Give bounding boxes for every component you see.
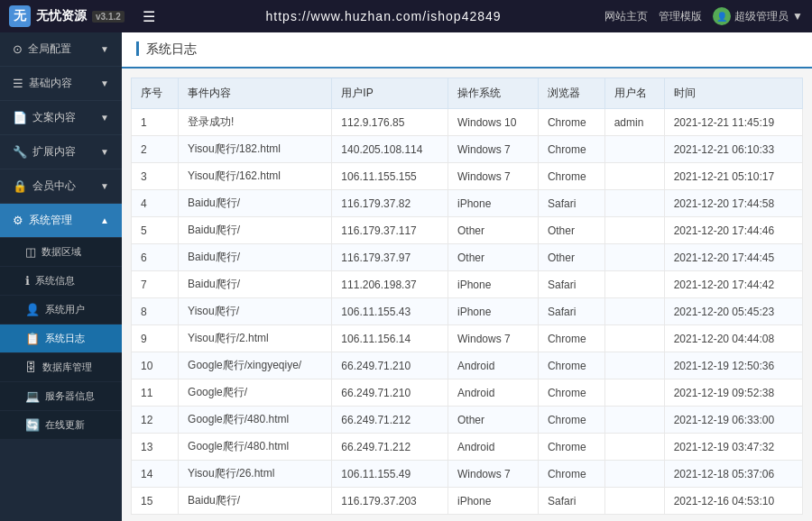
cell-user — [604, 163, 664, 190]
site-url: https://www.huzhan.com/ishop42849 — [171, 9, 595, 23]
log-table: 序号 事件内容 用户IP 操作系统 浏览器 用户名 时间 1 登录成功! 112… — [131, 78, 803, 515]
table-row: 6 Baidu爬行/ 116.179.37.97 Other Other 202… — [132, 244, 803, 271]
cell-ip: 112.9.176.85 — [332, 109, 448, 136]
cell-browser: Safari — [538, 488, 604, 515]
cell-browser: Chrome — [538, 352, 604, 379]
admin-label: 超级管理员 — [734, 9, 789, 24]
member-icon: 🔒 — [13, 179, 27, 193]
cell-browser: Chrome — [538, 325, 604, 352]
cell-event: Yisou爬行/26.html — [179, 461, 332, 488]
sidebar-sub-label: 系统日志 — [45, 332, 85, 345]
cell-user — [604, 488, 664, 515]
sidebar-item-db-manage[interactable]: 🗄 数据库管理 — [0, 353, 122, 382]
update-icon: 🔄 — [25, 418, 40, 432]
sidebar-sub-label: 数据库管理 — [42, 361, 92, 374]
home-icon: ⊙ — [13, 42, 23, 56]
cell-browser: Chrome — [538, 407, 604, 434]
cell-ip: 140.205.108.114 — [332, 136, 448, 163]
sidebar-item-system-info[interactable]: ℹ 系统信息 — [0, 267, 122, 296]
menu-icon[interactable]: ☰ — [135, 8, 162, 25]
col-os: 操作系统 — [448, 78, 538, 109]
cell-user — [604, 244, 664, 271]
cell-ip: 106.11.155.155 — [332, 163, 448, 190]
logo-text: 无忧资源 — [36, 8, 87, 24]
cell-time: 2021-12-19 12:50:36 — [664, 352, 802, 379]
sidebar-sub-label: 系统用户 — [45, 303, 85, 316]
data-area-icon: ◫ — [25, 245, 36, 259]
cell-id: 10 — [132, 352, 179, 379]
version-badge: v3.1.2 — [92, 11, 125, 23]
system-icon: ⚙ — [13, 214, 23, 227]
sidebar-item-basic[interactable]: ☰ 基础内容 ▼ — [0, 67, 122, 101]
cell-time: 2021-12-21 11:45:19 — [664, 109, 802, 136]
admin-menu[interactable]: 👤 超级管理员 ▼ — [713, 7, 803, 25]
sidebar-item-system-user[interactable]: 👤 系统用户 — [0, 296, 122, 324]
sidebar-sub-label: 系统信息 — [35, 274, 75, 288]
cell-id: 13 — [132, 434, 179, 461]
sidebar-item-label: 全局配置 — [28, 41, 71, 57]
table-header: 序号 事件内容 用户IP 操作系统 浏览器 用户名 时间 — [132, 78, 803, 109]
website-link[interactable]: 网站主页 — [604, 9, 648, 24]
cell-os: Android — [448, 434, 538, 461]
cell-os: Windows 7 — [448, 325, 538, 352]
article-icon: 📄 — [13, 111, 27, 124]
manage-link[interactable]: 管理模版 — [659, 9, 702, 24]
cell-event: Baidu爬行/ — [179, 488, 332, 515]
cell-os: Other — [448, 217, 538, 244]
admin-icon: 👤 — [713, 7, 731, 25]
col-browser: 浏览器 — [538, 78, 604, 109]
sidebar-item-system[interactable]: ⚙ 系统管理 ▲ — [0, 204, 122, 238]
cell-user — [604, 136, 664, 163]
sidebar-item-label: 扩展内容 — [32, 144, 76, 160]
cell-user: admin — [604, 109, 664, 136]
system-user-icon: 👤 — [25, 303, 40, 316]
sidebar-item-member[interactable]: 🔒 会员中心 ▼ — [0, 169, 122, 204]
sidebar-item-home[interactable]: ⊙ 全局配置 ▼ — [0, 32, 122, 67]
cell-os: iPhone — [448, 298, 538, 325]
col-ip: 用户IP — [332, 78, 448, 109]
sidebar-item-system-log[interactable]: 📋 系统日志 — [0, 324, 122, 353]
table-row: 4 Baidu爬行/ 116.179.37.82 iPhone Safari 2… — [132, 190, 803, 217]
sidebar-item-data-area[interactable]: ◫ 数据区域 — [0, 238, 122, 267]
cell-time: 2021-12-21 06:10:33 — [664, 136, 802, 163]
cell-user — [604, 217, 664, 244]
cell-event: Yisou爬行/2.html — [179, 325, 332, 352]
cell-user — [604, 407, 664, 434]
cell-user — [604, 434, 664, 461]
cell-ip: 111.206.198.37 — [332, 271, 448, 298]
sidebar-sub-label: 在线更新 — [45, 418, 85, 432]
table-row: 1 登录成功! 112.9.176.85 Windows 10 Chrome a… — [132, 109, 803, 136]
cell-os: Windows 7 — [448, 461, 538, 488]
col-user: 用户名 — [604, 78, 664, 109]
cell-user — [604, 271, 664, 298]
cell-id: 12 — [132, 407, 179, 434]
extend-icon: 🔧 — [13, 145, 27, 159]
table-row: 13 Google爬行/480.html 66.249.71.212 Andro… — [132, 434, 803, 461]
cell-os: iPhone — [448, 190, 538, 217]
cell-browser: Other — [538, 244, 604, 271]
topbar-right: 网站主页 管理模版 👤 超级管理员 ▼ — [604, 7, 803, 25]
cell-event: Yisou爬行/182.html — [179, 136, 332, 163]
cell-event: Google爬行/480.html — [179, 407, 332, 434]
sidebar-item-extend[interactable]: 🔧 扩展内容 ▼ — [0, 135, 122, 169]
cell-ip: 106.11.156.14 — [332, 325, 448, 352]
cell-time: 2021-12-20 17:44:42 — [664, 271, 802, 298]
cell-ip: 116.179.37.117 — [332, 217, 448, 244]
cell-user — [604, 379, 664, 407]
cell-user — [604, 461, 664, 488]
server-icon: 💻 — [25, 389, 40, 403]
sidebar-item-online-update[interactable]: 🔄 在线更新 — [0, 411, 122, 440]
cell-event: Baidu爬行/ — [179, 190, 332, 217]
cell-time: 2021-12-19 06:33:00 — [664, 407, 802, 434]
table-row: 8 Yisou爬行/ 106.11.155.43 iPhone Safari 2… — [132, 298, 803, 325]
cell-ip: 66.249.71.212 — [332, 434, 448, 461]
sidebar-item-server-info[interactable]: 💻 服务器信息 — [0, 382, 122, 411]
cell-ip: 66.249.71.212 — [332, 407, 448, 434]
cell-os: Android — [448, 352, 538, 379]
cell-browser: Chrome — [538, 461, 604, 488]
cell-os: Windows 7 — [448, 136, 538, 163]
cell-event: Google爬行/ — [179, 379, 332, 407]
sidebar-item-label: 文案内容 — [32, 110, 76, 125]
sidebar-item-article[interactable]: 📄 文案内容 ▼ — [0, 101, 122, 135]
arrow-icon: ▼ — [100, 78, 109, 88]
